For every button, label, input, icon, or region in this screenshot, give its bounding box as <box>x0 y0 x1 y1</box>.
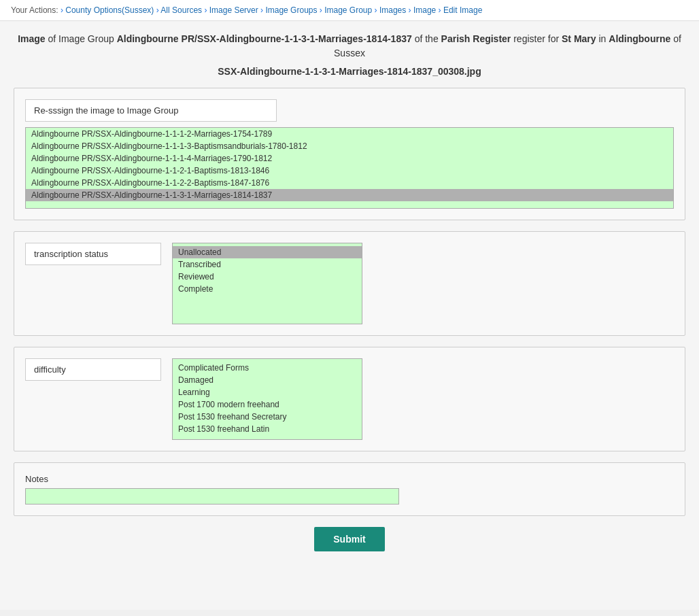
difficulty-label: difficulty <box>25 358 161 381</box>
page-title-in: in <box>596 33 609 44</box>
breadcrumb-link-imagegroup[interactable]: Image Group <box>324 5 372 15</box>
breadcrumb-link-images[interactable]: Images <box>379 5 406 15</box>
breadcrumb-link-editimage[interactable]: Edit Image <box>443 5 482 15</box>
image-group-listbox[interactable]: Aldingbourne PR/SSX-Aldingbourne-1-1-1-2… <box>25 127 674 209</box>
notes-label: Notes <box>25 474 674 484</box>
list-item[interactable]: Transcribed <box>173 258 362 271</box>
list-item[interactable]: Aldingbourne PR/SSX-Aldingbourne-1-1-3-1… <box>26 189 673 201</box>
list-item[interactable]: Damaged <box>173 374 362 386</box>
page-title-of: of Image Group <box>46 33 117 44</box>
transcription-status-label: transcription status <box>25 243 161 265</box>
breadcrumb-link-image[interactable]: Image <box>413 5 436 15</box>
list-item[interactable]: Aldingbourne PR/SSX-Aldingbourne-1-1-1-4… <box>26 152 673 165</box>
list-item[interactable]: Post 1700 modern freehand <box>173 398 362 411</box>
notes-input[interactable] <box>25 488 399 504</box>
page-title-register-type: Parish Register <box>441 33 511 44</box>
difficulty-card: difficulty Complicated FormsDamagedLearn… <box>14 347 685 451</box>
page-title: Image of Image Group Aldingbourne PR/SSX… <box>14 32 685 61</box>
list-item[interactable]: Unallocated <box>173 246 362 258</box>
page-title-saint: St Mary <box>562 33 596 44</box>
list-item[interactable]: Aldingbourne PR/SSX-Aldingbourne-1-1-1-2… <box>26 128 673 140</box>
image-filename: SSX-Aldingbourne-1-1-3-1-Marriages-1814-… <box>14 66 685 77</box>
breadcrumb-prefix: Your Actions: <box>11 5 58 15</box>
list-item[interactable]: Post 1530 freehand Secretary <box>173 411 362 423</box>
submit-button[interactable]: Submit <box>314 527 384 551</box>
page-title-image-word: Image <box>18 33 45 44</box>
list-item[interactable]: Aldingbourne PR/SSX-Aldingbourne-1-1-1-3… <box>26 140 673 152</box>
breadcrumb-link-imageserver[interactable]: Image Server <box>209 5 258 15</box>
page-title-location: Aldingbourne <box>609 33 670 44</box>
reassign-card: Re-sssign the image to Image Group Aldin… <box>14 88 685 220</box>
reassign-label: Re-sssign the image to Image Group <box>25 99 277 122</box>
breadcrumb-link-allsources[interactable]: All Sources <box>160 5 202 15</box>
notes-card: Notes <box>14 462 685 516</box>
breadcrumb-link-imagegroups[interactable]: Image Groups <box>265 5 317 15</box>
list-item[interactable]: Learning <box>173 386 362 398</box>
page-title-image-group-name: Aldingbourne PR/SSX-Aldingbourne-1-1-3-1… <box>117 33 412 44</box>
breadcrumb-link-county[interactable]: County Options(Sussex) <box>65 5 154 15</box>
breadcrumb: Your Actions: › County Options(Sussex) ›… <box>11 5 688 15</box>
list-item[interactable]: Post 1530 freehand Latin <box>173 423 362 435</box>
page-title-register-for: register for <box>511 33 562 44</box>
list-item[interactable]: Reviewed <box>173 271 362 283</box>
page-title-of-the: of the <box>412 33 441 44</box>
transcription-status-listbox[interactable]: UnallocatedTranscribedReviewedComplete <box>172 243 362 324</box>
difficulty-listbox[interactable]: Complicated FormsDamagedLearningPost 170… <box>172 358 362 440</box>
transcription-card: transcription status UnallocatedTranscri… <box>14 231 685 336</box>
list-item[interactable]: Complete <box>173 283 362 295</box>
list-item[interactable]: Complicated Forms <box>173 362 362 374</box>
list-item[interactable]: Aldingbourne PR/SSX-Aldingbourne-1-1-2-2… <box>26 177 673 189</box>
list-item[interactable]: Aldingbourne PR/SSX-Aldingbourne-1-1-2-1… <box>26 165 673 177</box>
